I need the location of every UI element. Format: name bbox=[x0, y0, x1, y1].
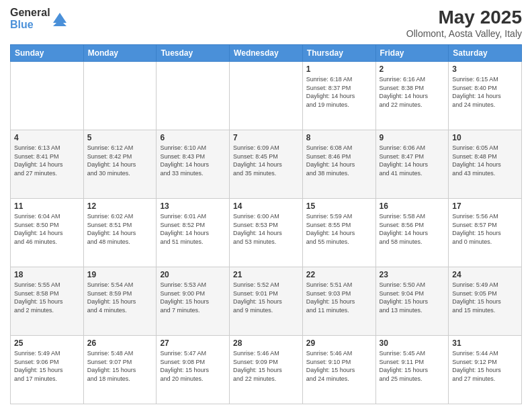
day-number: 11 bbox=[14, 201, 80, 211]
calendar-cell: 15Sunrise: 5:59 AMSunset: 8:55 PMDayligh… bbox=[302, 199, 375, 267]
col-wednesday: Wednesday bbox=[230, 45, 303, 62]
calendar-cell: 19Sunrise: 5:54 AMSunset: 8:59 PMDayligh… bbox=[83, 267, 157, 336]
day-info: Sunrise: 6:13 AMSunset: 8:41 PMDaylight:… bbox=[14, 144, 80, 177]
day-number: 31 bbox=[452, 338, 518, 348]
week-row-1: 4Sunrise: 6:13 AMSunset: 8:41 PMDaylight… bbox=[11, 130, 522, 199]
day-number: 7 bbox=[233, 133, 299, 142]
day-info: Sunrise: 6:06 AMSunset: 8:47 PMDaylight:… bbox=[380, 144, 445, 177]
calendar-cell: 3Sunrise: 6:15 AMSunset: 8:40 PMDaylight… bbox=[449, 62, 522, 130]
calendar-cell: 4Sunrise: 6:13 AMSunset: 8:41 PMDaylight… bbox=[11, 130, 84, 199]
calendar-cell: 31Sunrise: 5:44 AMSunset: 9:12 PMDayligh… bbox=[449, 336, 522, 404]
day-info: Sunrise: 6:01 AMSunset: 8:52 PMDaylight:… bbox=[160, 212, 226, 246]
calendar-cell: 27Sunrise: 5:47 AMSunset: 9:08 PMDayligh… bbox=[157, 336, 230, 404]
day-info: Sunrise: 5:45 AMSunset: 9:11 PMDaylight:… bbox=[380, 349, 445, 383]
day-number: 25 bbox=[14, 338, 80, 348]
calendar-cell: 14Sunrise: 6:00 AMSunset: 8:53 PMDayligh… bbox=[230, 199, 303, 267]
calendar-cell: 8Sunrise: 6:08 AMSunset: 8:46 PMDaylight… bbox=[302, 130, 375, 199]
calendar-cell bbox=[11, 62, 84, 130]
logo-general: General bbox=[10, 7, 50, 19]
logo-blue: Blue bbox=[10, 19, 50, 31]
calendar-cell: 30Sunrise: 5:45 AMSunset: 9:11 PMDayligh… bbox=[375, 336, 449, 404]
day-number: 19 bbox=[87, 270, 153, 279]
calendar-cell: 21Sunrise: 5:52 AMSunset: 9:01 PMDayligh… bbox=[230, 267, 303, 336]
col-tuesday: Tuesday bbox=[157, 45, 230, 62]
week-row-4: 25Sunrise: 5:49 AMSunset: 9:06 PMDayligh… bbox=[11, 336, 522, 404]
calendar-cell: 28Sunrise: 5:46 AMSunset: 9:09 PMDayligh… bbox=[230, 336, 303, 404]
day-info: Sunrise: 5:52 AMSunset: 9:01 PMDaylight:… bbox=[233, 281, 299, 314]
day-number: 28 bbox=[233, 338, 299, 348]
day-number: 15 bbox=[306, 201, 372, 211]
day-number: 4 bbox=[14, 133, 80, 142]
day-info: Sunrise: 6:00 AMSunset: 8:53 PMDaylight:… bbox=[233, 212, 299, 246]
day-number: 3 bbox=[452, 64, 518, 74]
day-number: 12 bbox=[87, 201, 153, 211]
col-friday: Friday bbox=[375, 45, 449, 62]
day-info: Sunrise: 5:49 AMSunset: 9:05 PMDaylight:… bbox=[452, 281, 518, 314]
calendar-cell: 23Sunrise: 5:50 AMSunset: 9:04 PMDayligh… bbox=[375, 267, 449, 336]
calendar-cell: 25Sunrise: 5:49 AMSunset: 9:06 PMDayligh… bbox=[11, 336, 84, 404]
day-info: Sunrise: 6:04 AMSunset: 8:50 PMDaylight:… bbox=[14, 212, 80, 246]
day-info: Sunrise: 5:46 AMSunset: 9:09 PMDaylight:… bbox=[233, 349, 299, 383]
day-info: Sunrise: 5:59 AMSunset: 8:55 PMDaylight:… bbox=[306, 212, 372, 246]
day-info: Sunrise: 6:15 AMSunset: 8:40 PMDaylight:… bbox=[452, 75, 518, 109]
day-info: Sunrise: 6:10 AMSunset: 8:43 PMDaylight:… bbox=[160, 144, 226, 177]
page: General Blue May 2025 Ollomont, Aosta Va… bbox=[0, 0, 532, 411]
calendar-cell: 11Sunrise: 6:04 AMSunset: 8:50 PMDayligh… bbox=[11, 199, 84, 267]
calendar-cell: 12Sunrise: 6:02 AMSunset: 8:51 PMDayligh… bbox=[83, 199, 157, 267]
day-info: Sunrise: 6:18 AMSunset: 8:37 PMDaylight:… bbox=[306, 75, 372, 109]
location: Ollomont, Aosta Valley, Italy bbox=[406, 28, 522, 39]
day-info: Sunrise: 5:47 AMSunset: 9:08 PMDaylight:… bbox=[160, 349, 226, 383]
calendar: Sunday Monday Tuesday Wednesday Thursday… bbox=[10, 44, 522, 404]
day-number: 10 bbox=[452, 133, 518, 142]
calendar-cell bbox=[157, 62, 230, 130]
calendar-cell: 16Sunrise: 5:58 AMSunset: 8:56 PMDayligh… bbox=[375, 199, 449, 267]
header: General Blue May 2025 Ollomont, Aosta Va… bbox=[10, 7, 522, 39]
calendar-cell bbox=[230, 62, 303, 130]
day-number: 24 bbox=[452, 270, 518, 279]
week-row-2: 11Sunrise: 6:04 AMSunset: 8:50 PMDayligh… bbox=[11, 199, 522, 267]
calendar-cell: 6Sunrise: 6:10 AMSunset: 8:43 PMDaylight… bbox=[157, 130, 230, 199]
calendar-cell: 13Sunrise: 6:01 AMSunset: 8:52 PMDayligh… bbox=[157, 199, 230, 267]
col-thursday: Thursday bbox=[302, 45, 375, 62]
calendar-cell: 20Sunrise: 5:53 AMSunset: 9:00 PMDayligh… bbox=[157, 267, 230, 336]
calendar-cell: 17Sunrise: 5:56 AMSunset: 8:57 PMDayligh… bbox=[449, 199, 522, 267]
logo: General Blue bbox=[10, 7, 66, 30]
svg-marker-1 bbox=[53, 23, 66, 26]
week-row-0: 1Sunrise: 6:18 AMSunset: 8:37 PMDaylight… bbox=[11, 62, 522, 130]
day-number: 29 bbox=[306, 338, 372, 348]
day-number: 23 bbox=[380, 270, 445, 279]
calendar-cell: 22Sunrise: 5:51 AMSunset: 9:03 PMDayligh… bbox=[302, 267, 375, 336]
day-info: Sunrise: 5:58 AMSunset: 8:56 PMDaylight:… bbox=[380, 212, 445, 246]
day-info: Sunrise: 5:56 AMSunset: 8:57 PMDaylight:… bbox=[452, 212, 518, 246]
day-info: Sunrise: 6:12 AMSunset: 8:42 PMDaylight:… bbox=[87, 144, 153, 177]
calendar-cell bbox=[83, 62, 157, 130]
day-number: 16 bbox=[380, 201, 445, 211]
calendar-cell: 7Sunrise: 6:09 AMSunset: 8:45 PMDaylight… bbox=[230, 130, 303, 199]
day-info: Sunrise: 5:49 AMSunset: 9:06 PMDaylight:… bbox=[14, 349, 80, 383]
day-number: 2 bbox=[380, 64, 445, 74]
calendar-cell: 24Sunrise: 5:49 AMSunset: 9:05 PMDayligh… bbox=[449, 267, 522, 336]
logo-icon bbox=[53, 13, 66, 26]
day-info: Sunrise: 6:02 AMSunset: 8:51 PMDaylight:… bbox=[87, 212, 153, 246]
header-row: Sunday Monday Tuesday Wednesday Thursday… bbox=[11, 45, 522, 62]
day-info: Sunrise: 5:50 AMSunset: 9:04 PMDaylight:… bbox=[380, 281, 445, 314]
calendar-cell: 10Sunrise: 6:05 AMSunset: 8:48 PMDayligh… bbox=[449, 130, 522, 199]
calendar-cell: 26Sunrise: 5:48 AMSunset: 9:07 PMDayligh… bbox=[83, 336, 157, 404]
day-info: Sunrise: 5:54 AMSunset: 8:59 PMDaylight:… bbox=[87, 281, 153, 314]
col-monday: Monday bbox=[83, 45, 157, 62]
day-info: Sunrise: 5:44 AMSunset: 9:12 PMDaylight:… bbox=[452, 349, 518, 383]
month-title: May 2025 bbox=[406, 7, 522, 28]
day-number: 14 bbox=[233, 201, 299, 211]
day-number: 8 bbox=[306, 133, 372, 142]
day-info: Sunrise: 5:53 AMSunset: 9:00 PMDaylight:… bbox=[160, 281, 226, 314]
calendar-body: 1Sunrise: 6:18 AMSunset: 8:37 PMDaylight… bbox=[11, 62, 522, 404]
day-number: 20 bbox=[160, 270, 226, 279]
col-saturday: Saturday bbox=[449, 45, 522, 62]
day-number: 27 bbox=[160, 338, 226, 348]
day-number: 26 bbox=[87, 338, 153, 348]
day-info: Sunrise: 6:05 AMSunset: 8:48 PMDaylight:… bbox=[452, 144, 518, 177]
day-info: Sunrise: 5:48 AMSunset: 9:07 PMDaylight:… bbox=[87, 349, 153, 383]
day-info: Sunrise: 6:16 AMSunset: 8:38 PMDaylight:… bbox=[380, 75, 445, 109]
day-info: Sunrise: 5:46 AMSunset: 9:10 PMDaylight:… bbox=[306, 349, 372, 383]
day-info: Sunrise: 5:55 AMSunset: 8:58 PMDaylight:… bbox=[14, 281, 80, 314]
